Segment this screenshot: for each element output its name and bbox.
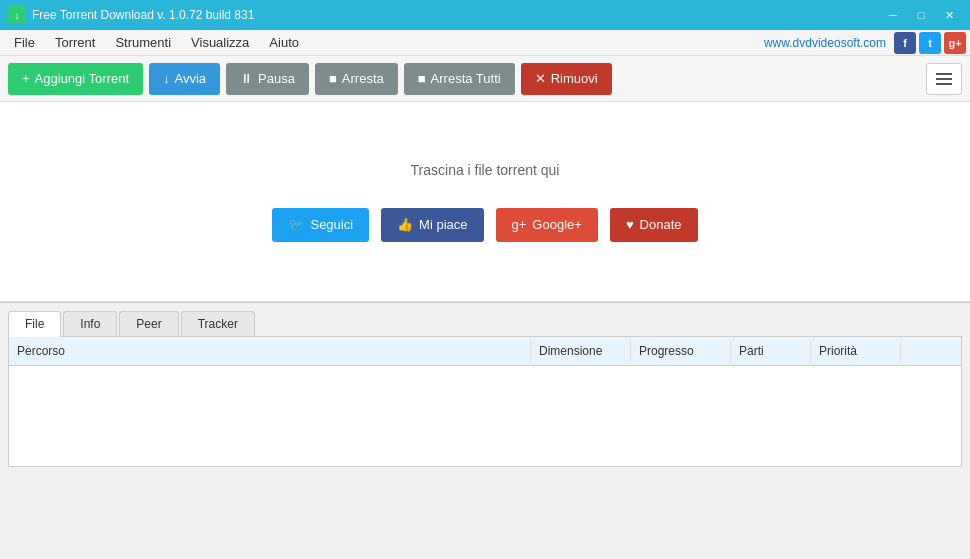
tab-info[interactable]: Info: [63, 311, 117, 336]
drag-hint-text: Trascina i file torrent qui: [411, 162, 560, 178]
website-link[interactable]: www.dvdvideosoft.com: [764, 36, 886, 50]
remove-button[interactable]: ✕ Rimuovi: [521, 63, 612, 95]
pause-icon: ⏸: [240, 71, 253, 86]
donate-button[interactable]: ♥ Donate: [610, 208, 698, 242]
stop-icon: ■: [329, 71, 337, 86]
social-action-buttons: 🐦 Seguici 👍 Mi piace g+ Google+ ♥ Donate: [272, 208, 697, 242]
menu-aiuto[interactable]: Aiuto: [259, 32, 309, 53]
close-button[interactable]: ✕: [936, 5, 962, 25]
pause-button[interactable]: ⏸ Pausa: [226, 63, 309, 95]
window-controls: ─ □ ✕: [880, 5, 962, 25]
add-torrent-button[interactable]: + Aggiungi Torrent: [8, 63, 143, 95]
bottom-panel: File Info Peer Tracker Percorso Dimensio…: [0, 302, 970, 467]
remove-icon: ✕: [535, 71, 546, 86]
menu-torrent[interactable]: Torrent: [45, 32, 105, 53]
gplus-icon: g+: [512, 217, 527, 232]
tab-peer[interactable]: Peer: [119, 311, 178, 336]
twitter-icon[interactable]: t: [919, 32, 941, 54]
col-parti: Parti: [731, 341, 811, 361]
menu-bar: File Torrent Strumenti Visualizza Aiuto …: [0, 30, 970, 56]
facebook-icon[interactable]: f: [894, 32, 916, 54]
thumbsup-icon: 👍: [397, 217, 413, 232]
table-header-row: Percorso Dimensione Progresso Parti Prio…: [9, 337, 961, 366]
app-icon: ↓: [8, 6, 26, 24]
hamburger-menu-button[interactable]: [926, 63, 962, 95]
table-body: [9, 366, 961, 466]
col-priorita: Priorità: [811, 341, 901, 361]
follow-twitter-button[interactable]: 🐦 Seguici: [272, 208, 369, 242]
googleplus-icon[interactable]: g+: [944, 32, 966, 54]
like-facebook-button[interactable]: 👍 Mi piace: [381, 208, 483, 242]
start-button[interactable]: ↓ Avvia: [149, 63, 220, 95]
title-bar: ↓ Free Torrent Download v. 1.0.72 build …: [0, 0, 970, 30]
menu-visualizza[interactable]: Visualizza: [181, 32, 259, 53]
stop-all-button[interactable]: ■ Arresta Tutti: [404, 63, 515, 95]
add-icon: +: [22, 71, 30, 86]
tab-file[interactable]: File: [8, 311, 61, 337]
col-percorso: Percorso: [9, 341, 531, 361]
toolbar: + Aggiungi Torrent ↓ Avvia ⏸ Pausa ■ Arr…: [0, 56, 970, 102]
maximize-button[interactable]: □: [908, 5, 934, 25]
main-area: Trascina i file torrent qui 🐦 Seguici 👍 …: [0, 102, 970, 302]
tab-tracker[interactable]: Tracker: [181, 311, 255, 336]
heart-icon: ♥: [626, 217, 634, 232]
twitter-bird-icon: 🐦: [288, 217, 304, 232]
minimize-button[interactable]: ─: [880, 5, 906, 25]
col-progresso: Progresso: [631, 341, 731, 361]
tab-bar: File Info Peer Tracker: [0, 303, 970, 336]
download-icon: ↓: [163, 71, 170, 86]
app-title: Free Torrent Download v. 1.0.72 build 83…: [32, 8, 880, 22]
stop-button[interactable]: ■ Arresta: [315, 63, 398, 95]
col-dimensione: Dimensione: [531, 341, 631, 361]
stop-all-icon: ■: [418, 71, 426, 86]
col-extra: [901, 341, 961, 361]
social-icons-bar: f t g+: [894, 32, 966, 54]
googleplus-button[interactable]: g+ Google+: [496, 208, 598, 242]
menu-file[interactable]: File: [4, 32, 45, 53]
menu-strumenti[interactable]: Strumenti: [105, 32, 181, 53]
file-table: Percorso Dimensione Progresso Parti Prio…: [8, 336, 962, 467]
